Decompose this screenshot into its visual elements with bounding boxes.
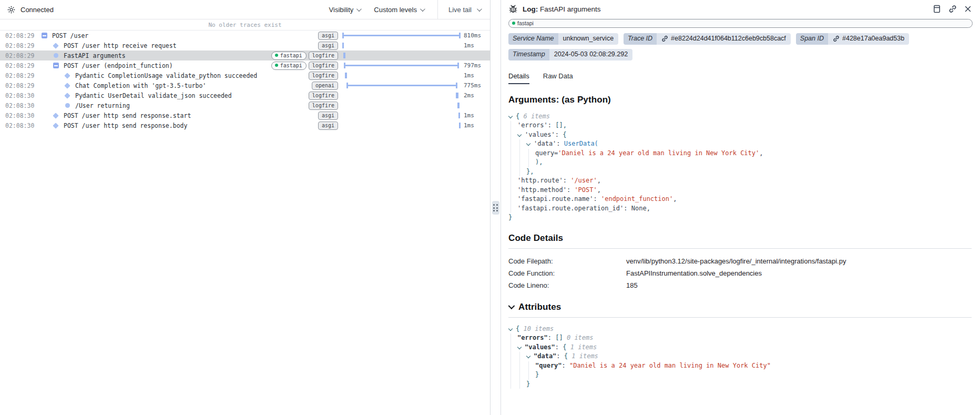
green-dot-icon: [512, 22, 515, 25]
visibility-dropdown[interactable]: Visibility: [329, 6, 361, 14]
trace-toolbar: Connected Visibility Custom levels Live …: [0, 0, 490, 19]
green-dot-icon: [275, 64, 278, 67]
trace-row-badges: openai: [312, 82, 338, 90]
trace-row[interactable]: 02:08:30Pydantic UserDetail validate_jso…: [0, 90, 490, 100]
indent-guide: [508, 352, 517, 361]
duration-lane: [342, 90, 461, 100]
meta-chips-row2: Timestamp2024-05-03 02:08:29.292: [508, 49, 973, 60]
bug-icon: [508, 4, 518, 14]
trace-row[interactable]: 02:08:30POST /user http send response.bo…: [0, 120, 490, 130]
reader-view-icon[interactable]: [933, 5, 941, 13]
trace-row[interactable]: 02:08:29Pydantic CompletionUsage validat…: [0, 70, 490, 80]
trace-row-label: POST /user: [52, 32, 88, 39]
tree-text: "data": { 1 items: [534, 352, 598, 361]
trace-list: 02:08:29POST /userasgi810ms02:08:29POST …: [0, 31, 490, 415]
tree-line: "values": { 1 items: [508, 343, 972, 352]
trace-row[interactable]: 02:08:30/User returninglogfire: [0, 100, 490, 110]
trace-row-badges: logfire: [309, 92, 338, 100]
tree-collapse-icon[interactable]: [517, 130, 525, 140]
tree-collapse-icon[interactable]: [526, 139, 534, 149]
trace-row[interactable]: 02:08:29Chat Completion with 'gpt-3.5-tu…: [0, 80, 490, 90]
duration-label: 1ms: [461, 42, 490, 49]
detail-body: Arguments: (as Python) { 6 items'errors'…: [501, 95, 980, 389]
indent-guide: [526, 158, 535, 167]
fastapi-badge: fastapi: [271, 62, 307, 70]
close-icon[interactable]: [964, 5, 972, 13]
indent-guide: [508, 130, 517, 140]
meta-rows: Service Nameunknown_serviceTrace ID#e822…: [501, 28, 980, 60]
chip-value[interactable]: #428e17a0ea9ad53b: [828, 33, 909, 45]
indent-guide: [517, 361, 526, 371]
attributes-heading[interactable]: Attributes: [508, 302, 972, 312]
chip-label: Timestamp: [508, 49, 549, 60]
tree-line: ),: [508, 158, 972, 167]
trace-timestamp: 02:08:29: [5, 82, 38, 89]
tree-collapse-icon[interactable]: [517, 343, 525, 352]
trace-row-label: /User returning: [75, 102, 130, 109]
link-icon[interactable]: [948, 5, 957, 13]
tree-line: },: [508, 167, 972, 177]
collapse-icon[interactable]: [41, 33, 47, 38]
trace-row-badges: asgi: [318, 32, 338, 40]
tab-details[interactable]: Details: [508, 72, 529, 84]
detail-panel: Log: FastAPI arguments: [501, 0, 980, 415]
chip-value: 2024-05-03 02:08:29.292: [549, 49, 632, 60]
indent-guide: [517, 149, 526, 158]
detail-header: Log: FastAPI arguments: [501, 0, 980, 18]
indent-guide: [508, 333, 517, 343]
gear-icon[interactable]: [7, 6, 15, 14]
trace-row[interactable]: 02:08:29POST /userasgi810ms: [0, 31, 490, 41]
trace-row[interactable]: 02:08:30POST /user http send response.st…: [0, 110, 490, 120]
chip-value[interactable]: #e8224d24d41f064b112c6eb9cb58cacf: [657, 33, 791, 45]
tree-text: 'http.method': 'POST',: [517, 186, 601, 195]
logfire-badge: logfire: [309, 72, 338, 80]
tree-collapse-icon[interactable]: [508, 325, 516, 334]
tab-raw-data[interactable]: Raw Data: [543, 72, 573, 84]
trace-row[interactable]: 02:08:29FastAPI argumentsfastapilogfire: [0, 50, 490, 60]
trace-timestamp: 02:08:29: [5, 32, 38, 39]
trace-row-badges: asgi: [318, 122, 338, 130]
tree-text: 'fastapi.route.name': 'endpoint_function…: [517, 195, 677, 204]
indent-guide: [508, 167, 517, 177]
indent-guide: [508, 204, 517, 214]
trace-row-label: Chat Completion with 'gpt-3.5-turbo': [75, 82, 206, 89]
collapse-icon[interactable]: [53, 63, 59, 68]
tree-line: "query": "Daniel is a 24 year old man li…: [508, 361, 972, 371]
chevron-down-icon: [508, 302, 515, 309]
duration-lane: [342, 120, 461, 130]
trace-timestamp: 02:08:30: [5, 102, 38, 109]
fastapi-tag: fastapi: [508, 19, 973, 28]
tree-text: 'errors': [],: [517, 121, 567, 130]
live-tail-dropdown[interactable]: Live tail: [437, 0, 490, 19]
panel-resize-handle[interactable]: [491, 0, 501, 415]
tree-line: 'data': UserData(: [508, 139, 972, 149]
tree-text: ),: [535, 158, 543, 167]
timestamp-chip: Timestamp2024-05-03 02:08:29.292: [508, 49, 632, 60]
no-older-traces-notice: No older traces exist: [0, 19, 490, 31]
duration-lane: [342, 31, 461, 41]
tree-collapse-icon[interactable]: [508, 112, 516, 122]
trace-row-label: Pydantic CompletionUsage validate_python…: [75, 72, 257, 79]
trace-row[interactable]: 02:08:29POST /user (endpoint_function)fa…: [0, 60, 490, 70]
logfire-badge: logfire: [309, 62, 338, 70]
tree-collapse-icon[interactable]: [526, 352, 534, 361]
indent-guide: [517, 380, 526, 389]
arguments-heading: Arguments: (as Python): [508, 95, 972, 105]
grip-dots-icon: [492, 201, 499, 215]
chip-value: unknown_service: [558, 33, 619, 45]
duration-bar: [456, 93, 458, 98]
trace-row[interactable]: 02:08:29POST /user http receive requesta…: [0, 41, 490, 50]
indent-guide: [517, 158, 526, 167]
tree-text: }: [508, 213, 512, 222]
custom-levels-dropdown[interactable]: Custom levels: [374, 6, 424, 14]
chevron-down-icon: [420, 6, 425, 12]
trace-timestamp: 02:08:30: [5, 122, 38, 129]
trace-row-badges: asgi: [318, 42, 338, 50]
tree-line: }: [508, 213, 972, 222]
indent-guide: [517, 352, 526, 361]
tree-line: 'errors': [],: [508, 121, 972, 130]
duration-label: 810ms: [461, 32, 490, 39]
code-detail-row: Code Filepath:venv/lib/python3.12/site-p…: [508, 255, 972, 267]
indent-guide: [508, 380, 517, 389]
logfire-badge: logfire: [309, 92, 338, 100]
